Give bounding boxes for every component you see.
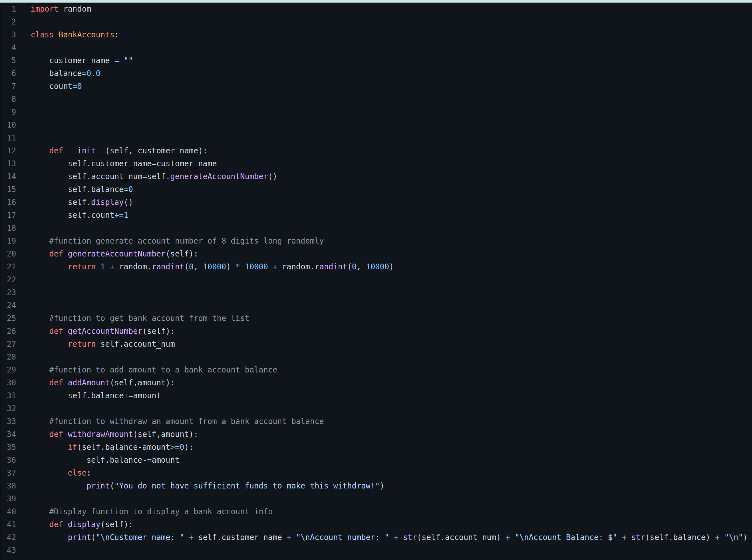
token-kw: def: [49, 430, 63, 439]
token-pl: [720, 533, 724, 542]
code-text: class BankAccounts:: [16, 28, 119, 41]
token-pl: [31, 146, 49, 155]
token-pl: ,: [357, 262, 366, 271]
code-editor[interactable]: 1import random23class BankAccounts:45 cu…: [0, 3, 752, 560]
token-kw: else: [68, 468, 87, 478]
code-text: return 1 + random.randint(0, 10000) * 10…: [16, 260, 394, 273]
token-op: *: [236, 262, 240, 271]
token-op: =: [115, 56, 119, 65]
code-line[interactable]: 23: [1, 286, 752, 299]
code-line[interactable]: 33 #function to withdraw an amount from …: [1, 415, 752, 428]
code-line[interactable]: 38 print("You do not have sufficient fun…: [1, 479, 752, 492]
token-pl: ): [226, 262, 236, 271]
line-number: 41: [1, 518, 16, 531]
token-pl: [63, 378, 68, 387]
code-line[interactable]: 44: [1, 557, 752, 560]
token-pl: (: [347, 262, 352, 271]
line-number: 14: [1, 170, 16, 183]
token-op: +=: [124, 391, 133, 400]
code-line[interactable]: 19 #function generate account number of …: [1, 235, 752, 247]
code-line[interactable]: 2: [1, 16, 752, 28]
token-pl: ):: [184, 443, 194, 452]
code-line[interactable]: 18: [1, 222, 752, 235]
token-pl: balance: [31, 69, 82, 78]
code-line[interactable]: 24: [1, 299, 752, 312]
code-editor-window: 1import random23class BankAccounts:45 cu…: [0, 0, 752, 560]
code-line[interactable]: 14 self.account_num=self.generateAccount…: [1, 170, 752, 183]
code-line[interactable]: 13 self.customer_name=customer_name: [1, 157, 752, 170]
token-fn: print: [86, 481, 109, 491]
code-line[interactable]: 7 count=0: [1, 80, 752, 93]
token-pl: [31, 443, 68, 452]
token-op: -=: [142, 456, 152, 465]
code-line[interactable]: 32: [1, 402, 752, 415]
token-pl: amount: [152, 456, 180, 465]
code-line[interactable]: 27 return self.account_num: [1, 338, 752, 351]
code-text: self.balance-=amount: [16, 454, 180, 466]
code-text: #function to get bank account from the l…: [16, 312, 249, 325]
token-pl: [31, 262, 68, 271]
token-str: "": [124, 56, 133, 65]
line-number: 26: [1, 325, 16, 338]
token-pl: ): [380, 481, 384, 491]
token-fn: randint: [314, 262, 347, 271]
code-line[interactable]: 8: [1, 93, 752, 106]
code-line[interactable]: 28: [1, 351, 752, 363]
token-com: #function generate account number of 8 d…: [31, 237, 324, 245]
code-line[interactable]: 36 self.balance-=amount: [1, 454, 752, 466]
code-line[interactable]: 43: [1, 544, 752, 557]
code-line[interactable]: 17 self.count+=1: [1, 209, 752, 222]
code-line[interactable]: 37 else:: [1, 466, 752, 479]
code-line[interactable]: 9: [1, 106, 752, 119]
code-line[interactable]: 42 print("\nCustomer name: " + self.cust…: [1, 531, 752, 544]
code-line[interactable]: 12 def __init__(self, customer_name):: [1, 144, 752, 157]
token-pl: (: [110, 481, 115, 491]
token-str: "\nAccount Balance: $": [515, 533, 617, 542]
code-line[interactable]: 40 #Display function to display a bank a…: [1, 505, 752, 518]
code-line[interactable]: 31 self.balance+=amount: [1, 389, 752, 402]
token-pl: [268, 262, 272, 271]
code-line[interactable]: 29 #function to add amount to a bank acc…: [1, 363, 752, 376]
code-line[interactable]: 22: [1, 273, 752, 286]
line-number: 30: [1, 376, 16, 389]
token-num: 0: [128, 185, 133, 194]
code-text: else:: [16, 466, 91, 479]
code-text: self.count+=1: [16, 209, 128, 222]
code-line[interactable]: 16 self.display(): [1, 196, 752, 209]
code-line[interactable]: 10: [1, 119, 752, 132]
token-num: 1: [124, 211, 128, 220]
code-line[interactable]: 25 #function to get bank account from th…: [1, 312, 752, 325]
code-line[interactable]: 5 customer_name = "": [1, 54, 752, 67]
token-com: #Display function to display a bank acco…: [31, 507, 272, 516]
line-number: 36: [1, 454, 16, 466]
token-pl: [184, 533, 189, 542]
code-line[interactable]: 4: [1, 41, 752, 54]
token-op: +: [287, 533, 291, 542]
code-line[interactable]: 39: [1, 492, 752, 505]
code-text: self.balance=0: [16, 183, 133, 196]
line-number: 6: [1, 67, 16, 80]
code-line[interactable]: 41 def display(self):: [1, 518, 752, 531]
line-number: 32: [1, 402, 16, 415]
token-pl: [31, 378, 49, 387]
code-line[interactable]: 26 def getAccountNumber(self):: [1, 325, 752, 338]
code-line[interactable]: 6 balance=0.0: [1, 67, 752, 80]
token-pl: [31, 430, 49, 439]
code-line[interactable]: 1import random: [1, 3, 752, 16]
code-text: [16, 16, 31, 28]
line-number: 7: [1, 80, 16, 93]
token-str: "You do not have sufficient funds to mak…: [115, 481, 380, 491]
code-line[interactable]: 15 self.balance=0: [1, 183, 752, 196]
code-line[interactable]: 35 if(self.balance-amount>=0):: [1, 441, 752, 454]
line-number: 21: [1, 260, 16, 273]
token-str: "\nAccount number: ": [296, 533, 389, 542]
code-line[interactable]: 3class BankAccounts:: [1, 28, 752, 41]
code-text: [16, 273, 31, 286]
code-line[interactable]: 11: [1, 132, 752, 144]
token-kw: import: [31, 4, 59, 14]
code-line[interactable]: 30 def addAmount(self,amount):: [1, 376, 752, 389]
token-pl: self.customer_name=customer_name: [31, 159, 217, 168]
code-line[interactable]: 20 def generateAccountNumber(self):: [1, 247, 752, 260]
code-line[interactable]: 21 return 1 + random.randint(0, 10000) *…: [1, 260, 752, 273]
code-line[interactable]: 34 def withdrawAmount(self,amount):: [1, 428, 752, 441]
